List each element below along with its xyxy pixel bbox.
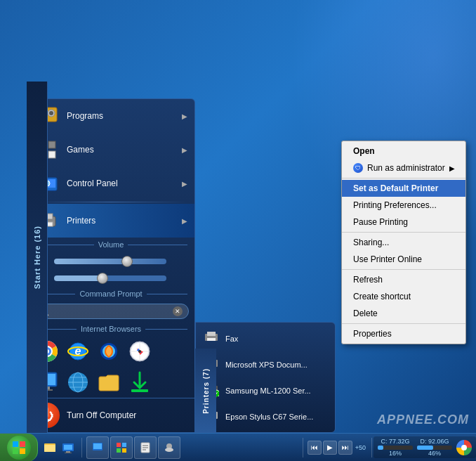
volume-slider-1[interactable]	[54, 259, 166, 264]
svg-point-3	[49, 111, 53, 115]
printer-samsung[interactable]: ✓ Samsung ML-1200 Ser...	[196, 377, 335, 403]
folder-icon[interactable]	[96, 370, 121, 395]
svg-rect-76	[122, 448, 126, 453]
printer-xps-label: Microsoft XPS Docum...	[225, 361, 308, 369]
ctx-properties[interactable]: Properties	[342, 325, 465, 342]
internet-browsers-label: Internet Browsers	[27, 322, 194, 336]
sidebar-label: Start Here (16)	[33, 226, 41, 289]
search-bar[interactable]: ✕	[33, 304, 189, 319]
svg-rect-46	[131, 389, 148, 392]
drive-c-fill	[378, 446, 383, 450]
taskbar-divider-2	[303, 438, 303, 457]
quick-launch	[38, 440, 80, 455]
media-prev[interactable]: ⏮	[308, 441, 322, 455]
run-as-admin-arrow: ▶	[449, 164, 455, 172]
menu-item-games[interactable]: Games ▶	[27, 133, 194, 167]
ctx-divider-2	[342, 232, 465, 233]
taskbar-office-icon	[115, 441, 128, 454]
taskbar-btn-explorer[interactable]	[86, 436, 109, 459]
sidebar-label-container: Start Here (16)	[27, 82, 48, 433]
printers-submenu: Fax Microsoft XPS Docum... ✓	[195, 322, 336, 433]
firefox-icon[interactable]	[96, 339, 121, 364]
svg-rect-49	[207, 338, 216, 341]
taskbar-divider-1	[81, 438, 82, 457]
media-play[interactable]: ▶	[323, 441, 337, 455]
slider-thumb-2[interactable]	[97, 273, 108, 284]
browser-row: e	[27, 336, 194, 367]
start-menu: Programs ▶ Games ▶	[27, 98, 195, 433]
svg-rect-66	[44, 445, 55, 452]
globe-icon[interactable]	[65, 370, 91, 395]
turn-off-computer[interactable]: ⏻ Turn Off Computer	[27, 398, 194, 432]
ctx-create-shortcut[interactable]: Create shortcut	[342, 288, 465, 305]
slider-thumb-1[interactable]	[121, 256, 133, 267]
ctx-printing-prefs[interactable]: Printing Preferences...	[342, 197, 465, 214]
control-panel-arrow: ▶	[182, 180, 187, 188]
volume-sliders	[27, 252, 194, 287]
ie-icon[interactable]: e	[65, 339, 91, 364]
svg-rect-63	[13, 448, 18, 454]
ctx-sharing[interactable]: Sharing...	[342, 234, 465, 251]
taskbar-btn-office[interactable]	[110, 436, 133, 459]
menu-item-printers[interactable]: Printers ▶	[27, 204, 194, 238]
safari-icon[interactable]	[127, 339, 152, 364]
ctx-run-as-admin[interactable]: 🛡 Run as administrator ▶	[342, 160, 465, 176]
svg-rect-5	[48, 141, 55, 148]
taskbar: ⏮ ▶ ⏭ +50 C: 77.32G 16% D: 92.06G 46%	[0, 433, 476, 461]
command-prompt-label: Command Prompt	[27, 287, 194, 301]
drive-c-pct: 16%	[389, 450, 402, 457]
printers-panel-label: Printers (7)	[195, 349, 216, 433]
svg-rect-7	[48, 151, 55, 158]
taskbar-divider-3	[371, 438, 372, 457]
volume-label: Volume	[27, 238, 194, 252]
search-input[interactable]	[53, 307, 168, 316]
chrome-tray-icon[interactable]	[456, 440, 472, 455]
taskbar-btn-weather[interactable]	[158, 436, 180, 459]
svg-rect-62	[20, 441, 25, 447]
search-clear-btn[interactable]: ✕	[173, 306, 183, 316]
volume-display: +50	[354, 444, 367, 451]
download-icon[interactable]	[127, 370, 152, 395]
svg-rect-73	[117, 443, 121, 447]
drive-d-info: D: 92.06G 46%	[417, 438, 452, 457]
svg-rect-72	[93, 443, 102, 449]
media-next[interactable]: ⏭	[338, 441, 352, 455]
svg-rect-48	[207, 332, 216, 336]
menu-item-control-panel[interactable]: Control Panel ▶	[27, 167, 194, 200]
printers-panel-text: Printers (7)	[202, 368, 210, 414]
ctx-set-default[interactable]: Set as Default Printer	[342, 180, 465, 197]
media-controls: ⏮ ▶ ⏭ +50	[305, 441, 370, 455]
games-arrow: ▶	[182, 146, 187, 154]
svg-rect-61	[13, 441, 18, 447]
quick-network[interactable]	[60, 440, 76, 455]
ctx-pause-printing[interactable]: Pause Printing	[342, 214, 465, 230]
printers-label: Printers	[67, 216, 95, 226]
volume-slider-2[interactable]	[54, 275, 166, 281]
svg-rect-75	[117, 448, 121, 453]
quick-explorer[interactable]	[42, 440, 58, 455]
taskbar-items	[84, 436, 301, 459]
turn-off-label: Turn Off Computer	[67, 410, 136, 420]
printer-samsung-label: Samsung ML-1200 Ser...	[225, 387, 311, 395]
desktop: APPNEE.COM Programs ▶	[0, 0, 476, 461]
printer-epson[interactable]: Epson Stylus C67 Serie...	[196, 403, 335, 429]
start-button[interactable]	[0, 434, 38, 462]
printer-fax[interactable]: Fax	[196, 325, 335, 351]
menu-item-programs[interactable]: Programs ▶	[27, 99, 194, 133]
taskbar-btn-task[interactable]	[134, 436, 157, 459]
taskbar-weather-icon	[163, 441, 176, 454]
context-menu: Open 🛡 Run as administrator ▶ Set as Def…	[341, 141, 466, 344]
ctx-use-online[interactable]: Use Printer Online	[342, 251, 465, 268]
programs-arrow: ▶	[182, 112, 187, 120]
svg-rect-69	[66, 451, 70, 453]
printer-fax-icon	[203, 329, 220, 348]
ctx-open[interactable]: Open	[342, 143, 465, 160]
ctx-refresh[interactable]: Refresh	[342, 271, 465, 288]
watermark: APPNEE.COM	[377, 413, 469, 427]
svg-rect-70	[65, 453, 72, 453]
drive-d-pct: 46%	[428, 450, 441, 457]
printer-xps[interactable]: Microsoft XPS Docum...	[196, 351, 335, 377]
system-tray: C: 77.32G 16% D: 92.06G 46%	[373, 436, 476, 458]
ctx-delete[interactable]: Delete	[342, 305, 465, 322]
ctx-divider-1	[342, 178, 465, 178]
